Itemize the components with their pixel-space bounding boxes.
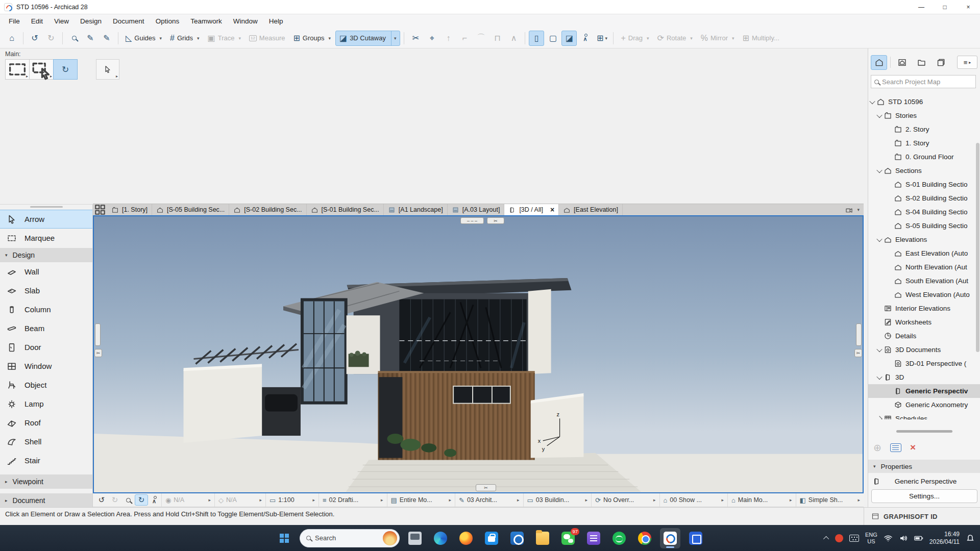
orbit-mode-button[interactable]: ↻ (53, 59, 78, 80)
menu-document[interactable]: Document (107, 14, 150, 28)
tab--a-03-layout-[interactable]: [A.03 Layout] (448, 204, 505, 215)
model-view-options-option[interactable]: ▭03 Buildin...▸ (523, 493, 592, 507)
tab--a1-landscape-[interactable]: [A1 Landscape] (384, 204, 448, 215)
tab-overview-button[interactable] (93, 204, 107, 215)
tool-arrow[interactable]: Arrow (0, 210, 92, 229)
taskbar-app-spotify[interactable] (609, 528, 629, 548)
back-navigation-button[interactable]: ↺ (95, 494, 108, 506)
graphic-override-option[interactable]: ⟳No Overr...▸ (591, 493, 659, 507)
tree-row-3d[interactable]: 3D (868, 370, 980, 384)
tool-object[interactable]: Object (0, 375, 92, 394)
tab--s-01-building-sec-[interactable]: [S-01 Building Sec... (307, 204, 384, 215)
tree-row-worksheets[interactable]: Worksheets (868, 315, 980, 329)
cutaway-scissors-right[interactable]: ✂ (854, 349, 862, 357)
cutaway-handle-left[interactable] (95, 323, 101, 346)
speaker-icon[interactable] (899, 534, 908, 543)
taskbar-app-docs-purple[interactable] (583, 528, 604, 548)
tree-row-sections[interactable]: Sections (868, 164, 980, 178)
menu-options[interactable]: Options (150, 14, 185, 28)
hidden-icons-chevron[interactable] (823, 536, 829, 541)
guides-dropdown-arrow[interactable]: ▾ (160, 36, 162, 41)
settings-button[interactable]: Settings... (871, 489, 977, 503)
cutaway-handle-right[interactable] (856, 323, 862, 346)
menu-help[interactable]: Help (263, 14, 289, 28)
tree-row-generic-axonometry[interactable]: Generic Axonometry (868, 398, 980, 412)
taskbar-app-archicad[interactable] (660, 528, 680, 548)
tab--east-elevation-[interactable]: [East Elevation] (559, 204, 623, 215)
groups-button[interactable]: ⊞Groups▾ (289, 31, 334, 46)
tree-row-s-01-building-sectio[interactable]: S-01 Building Sectio (868, 178, 980, 191)
tool-window[interactable]: Window (0, 357, 92, 375)
tool-beam[interactable]: Beam (0, 319, 92, 338)
tree-chevron-icon[interactable] (869, 98, 875, 104)
guides-button[interactable]: ◺Guides▾ (122, 31, 165, 46)
toolbox-section-viewpoint[interactable]: ▸Viewpoint (0, 474, 92, 489)
tool-slab[interactable]: Slab (0, 281, 92, 300)
drag-dropdown-arrow[interactable]: ▾ (647, 36, 649, 41)
structure-model-option[interactable]: ⌂Main Mo...▸ (727, 493, 796, 507)
navigator-options-button[interactable]: ≡ ▸ (957, 56, 977, 69)
tool-stair[interactable]: Stair (0, 451, 92, 470)
tree-row-north-elevation-aut[interactable]: North Elevation (Aut (868, 260, 980, 274)
zoom-in-button[interactable] (121, 494, 135, 506)
walk-mode-button[interactable] (578, 31, 593, 46)
cutaway-scissors-bottom[interactable]: ✂ (476, 484, 496, 491)
properties-section-header[interactable]: ▾ Properties (868, 460, 980, 473)
arrow-tool-button[interactable]: ▸ (96, 59, 119, 80)
tool-marquee[interactable]: Marquee (0, 229, 92, 247)
trace-dropdown-arrow[interactable]: ▾ (238, 36, 241, 41)
tree-row-elevations[interactable]: Elevations (868, 233, 980, 246)
wifi-icon[interactable] (884, 534, 893, 543)
3d-cutaway-button[interactable]: ◪3D Cutaway▾ (335, 31, 400, 46)
menu-window[interactable]: Window (228, 14, 263, 28)
tree-row-std-10596[interactable]: STD 10596 (868, 95, 980, 109)
view-3d-box-button[interactable]: ▢ (545, 31, 560, 46)
3d-viewport[interactable]: z x y – – – ✂ ✂ ✂ ✂ (93, 215, 864, 493)
tab-camera-dropdown[interactable]: ▾ (841, 204, 864, 215)
tree-row-s-04-building-sectio[interactable]: S-04 Building Sectio (868, 205, 980, 219)
tree-row-3d-documents[interactable]: 3D Documents (868, 343, 980, 357)
tree-row-stories[interactable]: Stories (868, 109, 980, 122)
taskbar-app-store[interactable] (481, 528, 502, 548)
tree-row-s-02-building-sectio[interactable]: S-02 Building Sectio (868, 191, 980, 205)
ime-keyboard-icon[interactable] (849, 535, 859, 542)
cutaway-handle-top[interactable]: – – – (460, 217, 484, 224)
tree-row-0-ground-floor[interactable]: 0. Ground Floor (868, 150, 980, 164)
camera-options-dropdown-arrow[interactable]: ▾ (605, 36, 607, 41)
publisher-sets-button[interactable] (933, 55, 949, 70)
camera-options-button[interactable]: ⊞▾ (594, 31, 609, 46)
tree-row-3d-01-perspective-[interactable]: 3D-01 Perspective ( (868, 357, 980, 370)
cutaway-scissors-top[interactable]: ✂ (487, 217, 504, 224)
tree-row-s-05-building-sectio[interactable]: S-05 Building Sectio (868, 219, 980, 233)
taskbar-app-chrome[interactable] (634, 528, 655, 548)
tool-lamp[interactable]: Lamp (0, 394, 92, 413)
3d-cutaway-dropdown-arrow[interactable]: ▾ (391, 31, 397, 45)
marquee-filter-option[interactable]: ▤Entire Mo...▸ (387, 493, 455, 507)
view-map-button[interactable] (894, 55, 910, 70)
palette-drag-handle[interactable] (30, 206, 63, 208)
marquee-draw-button[interactable]: ▸ (5, 59, 30, 80)
tray-red-app-icon[interactable] (835, 534, 843, 542)
toolbox-section-document[interactable]: ▸Document (0, 493, 92, 508)
walk-button[interactable] (148, 494, 161, 506)
grids-button[interactable]: #Grids▾ (166, 31, 203, 46)
tree-chevron-icon[interactable] (876, 112, 882, 117)
taskbar-search[interactable]: Search (300, 529, 400, 547)
project-map-button[interactable] (871, 55, 887, 70)
find-select-button[interactable] (66, 31, 82, 46)
home-button[interactable]: ⌂ (4, 31, 19, 46)
explore-option[interactable]: ◉N/A▸ (161, 493, 214, 507)
mirror-dropdown-arrow[interactable]: ▾ (732, 36, 734, 41)
taskbar-app-monitor[interactable] (405, 528, 425, 548)
menu-edit[interactable]: Edit (26, 14, 48, 28)
grids-dropdown-arrow[interactable]: ▾ (197, 36, 200, 41)
menu-view[interactable]: View (48, 14, 75, 28)
clock[interactable]: 16:49 2026/04/11 (929, 531, 960, 546)
menu-file[interactable]: File (3, 14, 26, 28)
pickup-parameters-button[interactable]: ✎ (83, 31, 98, 46)
viewpoint-settings-button[interactable] (890, 443, 901, 452)
3d-style-option[interactable]: ◧Simple Sh...▸ (796, 493, 864, 507)
renovation-filter-option[interactable]: ⌂00 Show ...▸ (659, 493, 728, 507)
toolbox-section-design[interactable]: ▾Design (0, 248, 92, 262)
tree-chevron-icon[interactable] (876, 346, 882, 352)
